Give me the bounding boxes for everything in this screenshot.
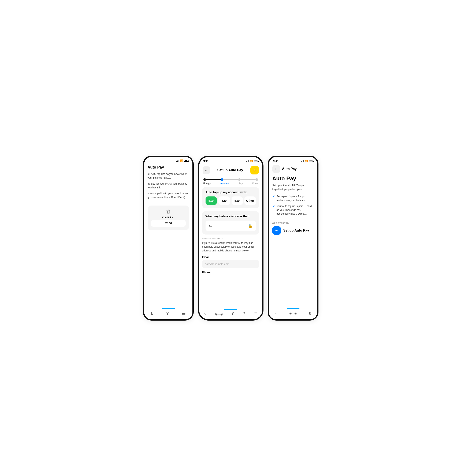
- nav-icon-menu[interactable]: ☰: [182, 311, 186, 316]
- step-label-pay: Pay: [239, 182, 243, 185]
- nav-icon-help[interactable]: ?: [166, 311, 169, 316]
- left-text2: op-ups for your PAYG your balance reache…: [148, 182, 189, 189]
- amount-btn-10[interactable]: £10: [205, 196, 217, 205]
- center-nav-menu[interactable]: ☰: [254, 312, 257, 316]
- left-text3: op-up is paid with your bank ll never go…: [148, 192, 189, 199]
- check-item-1: ✓ Set repeat top-ups for yo... meter whe…: [272, 195, 314, 202]
- lightning-button[interactable]: ⚡: [250, 166, 259, 174]
- step-dot-done: [255, 178, 258, 181]
- center-status-icons: 📶: [246, 160, 258, 162]
- receipt-desc: If you'd like a receipt when your Auto P…: [202, 241, 259, 253]
- right-time: 9:41: [273, 159, 279, 163]
- step-line-2: [223, 179, 238, 180]
- steps-track: [204, 178, 258, 181]
- center-scroll[interactable]: Auto top-up my account with: £10 £20 £30…: [199, 186, 262, 316]
- scene: 📶 Auto Pay c PAYG top-ups so you never w…: [143, 156, 333, 321]
- step-label-done: Done: [252, 182, 258, 185]
- step-label-energy: Energy: [204, 182, 211, 185]
- email-label: Email: [202, 255, 259, 259]
- topup-card: Auto top-up my account with: £10 £20 £30…: [202, 187, 259, 208]
- center-phone: 9:41 📶 ← Set up Auto Pay: [198, 156, 263, 321]
- lightning-icon: ⚡: [252, 168, 257, 172]
- center-bottom-nav: ⌂ ◉—◉ £ ? ☰: [199, 310, 262, 319]
- center-time: 9:41: [204, 159, 209, 163]
- center-content: ← Set up Auto Pay ⚡: [199, 164, 262, 316]
- step-labels: Energy Amount Pay Done: [204, 182, 258, 185]
- left-text1: c PAYG top-ups so you never when your ba…: [148, 172, 189, 180]
- back-button[interactable]: ←: [203, 166, 210, 174]
- right-bottom-nav: ⌂ ◉—◉ £: [269, 309, 317, 319]
- left-bottom-bar: £ ? ☰: [144, 308, 192, 319]
- credit-limit-label: Credit limit: [151, 216, 186, 219]
- signal-icon: [176, 160, 179, 162]
- balance-value: £2: [209, 224, 213, 228]
- right-signal-icon: [301, 160, 304, 162]
- right-header: ← Auto Pay: [272, 164, 314, 175]
- left-content: Auto Pay c PAYG top-ups so you never whe…: [144, 163, 192, 313]
- email-input[interactable]: sam@example.com: [202, 260, 259, 268]
- center-nav-help[interactable]: ?: [243, 312, 245, 316]
- center-nav-home[interactable]: ⌂: [204, 312, 206, 316]
- step-line-3: [241, 179, 255, 180]
- check-mark-2: ✓: [272, 204, 275, 208]
- right-nav-pound[interactable]: £: [309, 311, 311, 316]
- check-text-2: Your auto top-up is paid ... card, so yo…: [277, 204, 314, 216]
- topup-card-title: Auto top-up my account with:: [205, 190, 256, 194]
- amount-btn-other[interactable]: Other: [244, 196, 256, 205]
- nav-icon-pound[interactable]: £: [151, 311, 153, 316]
- right-desc: Set up automatic PAYG top-u... forget to…: [272, 184, 314, 191]
- left-phone: 📶 Auto Pay c PAYG top-ups so you never w…: [143, 156, 194, 321]
- right-back-button[interactable]: ←: [272, 165, 280, 173]
- right-wifi-icon: 📶: [305, 160, 308, 162]
- step-line-1: [206, 179, 221, 180]
- center-battery-icon: [254, 160, 258, 162]
- setup-btn-label: Set up Auto Pay: [283, 229, 309, 232]
- get-started-label: GET STARTED: [272, 219, 314, 224]
- balance-card: When my balance is lower than: £2 🔒: [202, 211, 259, 235]
- right-content: ← Auto Pay Auto Pay Set up automatic PAY…: [269, 164, 317, 314]
- credit-value: £2.00: [151, 220, 186, 227]
- receipt-label: NEED A RECEIPT?: [202, 238, 259, 240]
- center-title: Set up Auto Pay: [217, 168, 243, 172]
- center-wifi-icon: 📶: [250, 160, 253, 162]
- right-back-arrow-icon: ←: [274, 167, 278, 171]
- right-page-title: Auto Pay: [282, 167, 297, 171]
- right-battery-icon: [309, 160, 313, 162]
- center-header: ← Set up Auto Pay ⚡: [199, 164, 262, 177]
- infinity-icon: ∞: [272, 226, 281, 235]
- steps-container: Energy Amount Pay Done: [199, 177, 262, 186]
- center-bottom-bar: ⌂ ◉—◉ £ ? ☰: [199, 309, 262, 319]
- center-signal-icon: [246, 160, 249, 162]
- trash-icon[interactable]: 🗑: [166, 209, 171, 214]
- amount-btn-20[interactable]: £20: [219, 196, 230, 205]
- battery-icon: [184, 160, 188, 162]
- check-item-2: ✓ Your auto top-up is paid ... card, so …: [272, 204, 314, 216]
- back-arrow-icon: ←: [205, 168, 208, 172]
- step-dot-energy: [204, 178, 206, 181]
- left-status-bar: 📶: [144, 157, 192, 163]
- right-status-bar: 9:41 📶: [269, 157, 317, 164]
- right-nav-activity[interactable]: ◉—◉: [289, 312, 297, 315]
- right-status-icons: 📶: [301, 160, 313, 162]
- check-mark-1: ✓: [272, 195, 275, 198]
- balance-input: £2 🔒: [205, 221, 256, 231]
- setup-auto-pay-button[interactable]: ∞ Set up Auto Pay: [272, 226, 309, 235]
- amount-btn-30[interactable]: £30: [232, 196, 243, 205]
- center-nav-pound[interactable]: £: [232, 312, 234, 316]
- right-main-title: Auto Pay: [272, 175, 314, 182]
- lock-icon: 🔒: [248, 223, 253, 228]
- step-dot-pay: [238, 178, 241, 181]
- email-placeholder: sam@example.com: [205, 262, 229, 266]
- center-status-bar: 9:41 📶: [199, 157, 262, 164]
- credit-limit-card: 🗑 Credit limit £2.00: [148, 205, 189, 230]
- balance-card-title: When my balance is lower than:: [205, 215, 256, 218]
- left-status-icons: 📶: [176, 159, 188, 162]
- step-label-amount: Amount: [220, 182, 229, 185]
- right-bottom-bar: ⌂ ◉—◉ £: [269, 308, 317, 319]
- phone-label: Phone: [202, 271, 259, 274]
- center-nav-activity[interactable]: ◉—◉: [215, 312, 223, 316]
- left-title: Auto Pay: [148, 163, 189, 172]
- receipt-section: NEED A RECEIPT? If you'd like a receipt …: [202, 238, 259, 274]
- right-nav-home[interactable]: ⌂: [275, 311, 277, 316]
- amount-options: £10 £20 £30 Other: [205, 196, 256, 205]
